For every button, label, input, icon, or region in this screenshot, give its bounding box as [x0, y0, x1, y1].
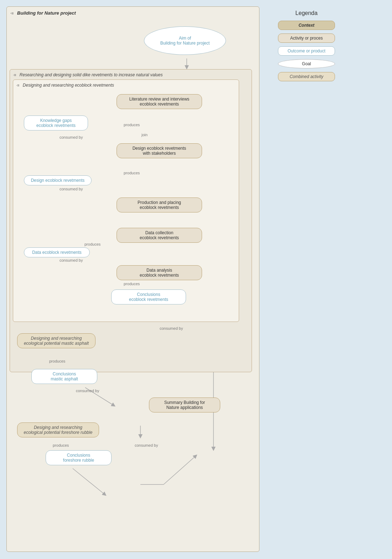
consumed-by-label-1: consumed by [60, 135, 83, 139]
conclusions-eco-box: Conclusions ecoblock revetments [111, 289, 186, 304]
produces-label-1: produces [124, 123, 140, 127]
consumed-by-label-2: consumed by [60, 187, 83, 191]
design-outcome-box: Design ecoblock revetments [24, 175, 92, 185]
join-label: join [141, 133, 148, 137]
data-collection-box: Data collection ecoblock revetments [117, 228, 202, 243]
svg-line-18 [73, 468, 105, 494]
legenda-title: Legenda [274, 10, 339, 16]
legenda-outcome-box: Outcome or product [278, 46, 335, 56]
legenda-activity-box: Activity or proces [278, 34, 335, 43]
design-stakeholders-box: Design ecoblock revetments with stakehol… [117, 143, 202, 158]
conclusions-mastic-box: Conclusions mastic asphalt [31, 369, 97, 384]
legenda-context-box: Context [278, 21, 335, 30]
legenda-goal-item: Goal [274, 59, 339, 68]
svg-line-20 [164, 456, 196, 484]
outer-sub-container: ·≡ Researching and designing solid dike … [10, 69, 252, 372]
summary-box: Summary Building for Nature applications [149, 398, 220, 412]
knowledge-gaps-box: Knowledge gaps ecoblock revetments [24, 116, 88, 130]
legenda-activity-item: Activity or proces [274, 34, 339, 43]
produces-label-5: produces [49, 359, 65, 363]
produces-label-2: produces [124, 171, 140, 175]
designing-foreshore-box: Desiging and researching ecological pote… [17, 422, 99, 437]
consumed-by-label-5: consumed by [135, 443, 158, 447]
produces-label-3: produces [84, 242, 100, 246]
aim-ellipse: Aim of Building for Nature project [144, 26, 226, 55]
consumed-by-label-eco: consumed by [160, 326, 183, 330]
data-outcome-box: Data ecoblock revetments [24, 247, 90, 257]
main-title: ·≡ Building for Nature project [10, 10, 256, 16]
outer-sub-title: ·≡ Researching and designing solid dike … [13, 72, 249, 77]
production-box: Production and placing ecoblock revetmen… [117, 198, 202, 212]
main-container: ·≡ Building for Nature project [6, 6, 259, 552]
produces-label-6: produces [53, 443, 69, 447]
inner-sub-title: ·≡ Designing and researching ecoblock re… [16, 83, 236, 88]
produces-label-4: produces [124, 282, 140, 286]
legenda-outcome-item: Outcome or product [274, 46, 339, 56]
legenda-goal-box: Goal [278, 59, 335, 68]
consumed-by-label-3: consumed by [60, 258, 83, 262]
dots-icon: ·≡ [10, 11, 14, 15]
consumed-by-label-4: consumed by [76, 389, 99, 393]
legenda-panel: Legenda Context Activity or proces Outco… [271, 6, 342, 88]
legenda-context-item: Context [274, 21, 339, 30]
conclusions-foreshore-box: Conclusions foreshore rubble [46, 450, 112, 465]
legenda-combined-box: Combined activity [278, 72, 335, 81]
legenda-combined-item: Combined activity [274, 72, 339, 81]
inner-sub-container: ·≡ Designing and researching ecoblock re… [13, 80, 239, 322]
designing-mastic-box: Designing and researching ecological pot… [17, 333, 96, 348]
data-analysis-box: Data analysis ecoblock revetments [117, 265, 202, 280]
lit-review-box: Literature review and interviews ecobloc… [117, 94, 202, 109]
